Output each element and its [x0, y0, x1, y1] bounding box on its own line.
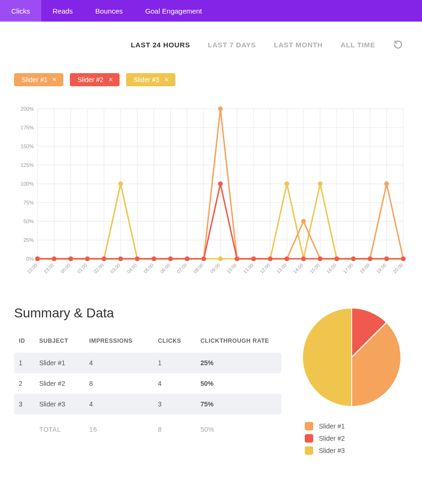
svg-text:03:00: 03:00	[109, 262, 121, 274]
svg-text:175%: 175%	[21, 125, 34, 130]
cell-subject: Slider #1	[35, 353, 85, 373]
svg-point-128	[334, 256, 339, 261]
svg-text:17:00: 17:00	[342, 262, 354, 274]
swatch	[305, 446, 313, 455]
svg-point-117	[151, 256, 156, 261]
svg-text:22:00: 22:00	[26, 262, 38, 274]
svg-text:09:00: 09:00	[209, 262, 221, 274]
col-ctr: CLICKTHROUGH RATE	[196, 333, 281, 353]
summary-section: Summary & Data ID SUBJECT IMPRESSIONS CL…	[0, 282, 422, 473]
top-tabs: Clicks Reads Bounces Goal Engagement	[0, 0, 422, 22]
total-label: TOTAL	[35, 414, 85, 438]
table-row: 2Slider #28450%	[14, 373, 281, 394]
svg-text:10:00: 10:00	[226, 262, 238, 274]
svg-point-116	[135, 256, 140, 261]
chip-label: Slider #3	[134, 76, 159, 83]
range-month[interactable]: LAST MONTH	[274, 41, 323, 49]
svg-point-125	[285, 256, 289, 261]
table-row: 3Slider #34375%	[14, 394, 281, 414]
close-icon[interactable]: ✕	[108, 76, 113, 83]
line-chart: 0%25%50%75%100%125%150%175%200%22:0023:0…	[0, 95, 422, 282]
svg-point-69	[118, 181, 123, 186]
svg-point-119	[185, 256, 189, 261]
tab-bounces[interactable]: Bounces	[84, 0, 134, 22]
svg-point-113	[85, 256, 90, 261]
svg-text:16:00: 16:00	[325, 262, 338, 274]
range-tabs: LAST 24 HOURS LAST 7 DAYS LAST MONTH ALL…	[0, 22, 422, 50]
svg-point-120	[202, 256, 206, 261]
cell-subject: Slider #2	[35, 373, 85, 394]
col-subject: SUBJECT	[35, 333, 85, 353]
svg-point-118	[168, 256, 173, 261]
svg-point-127	[318, 256, 323, 261]
cell-ctr: 50%	[196, 373, 281, 394]
svg-point-115	[118, 256, 123, 261]
svg-text:02:00: 02:00	[93, 262, 105, 274]
range-7d[interactable]: LAST 7 DAYS	[208, 41, 256, 49]
reset-icon[interactable]	[393, 39, 403, 50]
svg-point-129	[351, 256, 356, 261]
chip-label: Slider #2	[77, 76, 103, 83]
cell-clicks: 1	[153, 353, 196, 373]
svg-text:150%: 150%	[21, 143, 34, 149]
cell-impressions: 8	[84, 373, 153, 394]
tab-clicks[interactable]: Clicks	[0, 0, 41, 22]
swatch	[305, 434, 313, 443]
svg-text:01:00: 01:00	[76, 262, 88, 274]
table-total-row: TOTAL 16 8 50%	[14, 414, 281, 438]
svg-text:06:00: 06:00	[159, 262, 172, 274]
chip-slider-3[interactable]: Slider #3 ✕	[126, 73, 175, 86]
svg-point-123	[251, 256, 256, 261]
col-impressions: IMPRESSIONS	[84, 333, 153, 353]
col-clicks: CLICKS	[153, 333, 196, 353]
legend-item: Slider #3	[305, 446, 408, 455]
svg-text:13:00: 13:00	[276, 262, 288, 274]
cell-ctr: 75%	[196, 394, 281, 414]
total-impressions: 16	[84, 414, 153, 438]
chip-slider-1[interactable]: Slider #1 ✕	[14, 73, 63, 86]
pie-chart	[300, 306, 403, 409]
cell-clicks: 3	[153, 394, 196, 414]
range-24h[interactable]: LAST 24 HOURS	[131, 41, 190, 49]
summary-table: ID SUBJECT IMPRESSIONS CLICKS CLICKTHROU…	[14, 333, 281, 438]
svg-point-108	[384, 181, 389, 186]
svg-text:14:00: 14:00	[292, 262, 304, 274]
range-all[interactable]: ALL TIME	[340, 41, 375, 49]
chip-label: Slider #1	[22, 76, 47, 83]
svg-point-110	[35, 256, 40, 261]
svg-point-121	[218, 181, 223, 186]
tab-reads[interactable]: Reads	[41, 0, 84, 22]
pie-legend: Slider #1 Slider #2 Slider #3	[295, 418, 408, 459]
pie-chart-wrap: Slider #1 Slider #2 Slider #3	[295, 306, 408, 459]
svg-text:04:00: 04:00	[126, 262, 138, 274]
swatch	[305, 422, 313, 430]
svg-text:05:00: 05:00	[143, 262, 155, 274]
svg-text:20:00: 20:00	[392, 262, 404, 274]
tab-goal[interactable]: Goal Engagement	[134, 0, 213, 22]
svg-point-114	[102, 256, 106, 261]
svg-point-131	[384, 256, 389, 261]
svg-point-81	[318, 181, 323, 186]
svg-text:200%: 200%	[21, 106, 34, 112]
cell-clicks: 4	[153, 373, 196, 394]
svg-point-130	[368, 256, 372, 261]
svg-point-75	[218, 256, 223, 261]
svg-point-124	[268, 256, 272, 261]
svg-text:0%: 0%	[26, 256, 34, 262]
total-ctr: 50%	[196, 414, 281, 438]
svg-text:50%: 50%	[23, 218, 34, 224]
close-icon[interactable]: ✕	[164, 76, 169, 83]
chip-slider-2[interactable]: Slider #2 ✕	[70, 73, 119, 86]
table-row: 1Slider #14125%	[14, 353, 281, 373]
total-clicks: 8	[153, 414, 196, 438]
svg-text:125%: 125%	[21, 162, 34, 168]
svg-text:25%: 25%	[23, 237, 34, 243]
summary-title: Summary & Data	[14, 306, 281, 321]
svg-point-122	[234, 256, 239, 261]
cell-impressions: 4	[84, 394, 153, 414]
svg-text:07:00: 07:00	[176, 262, 188, 274]
legend-item: Slider #1	[305, 422, 408, 430]
legend-label: Slider #3	[319, 447, 345, 454]
close-icon[interactable]: ✕	[52, 76, 57, 83]
svg-point-126	[301, 256, 306, 261]
